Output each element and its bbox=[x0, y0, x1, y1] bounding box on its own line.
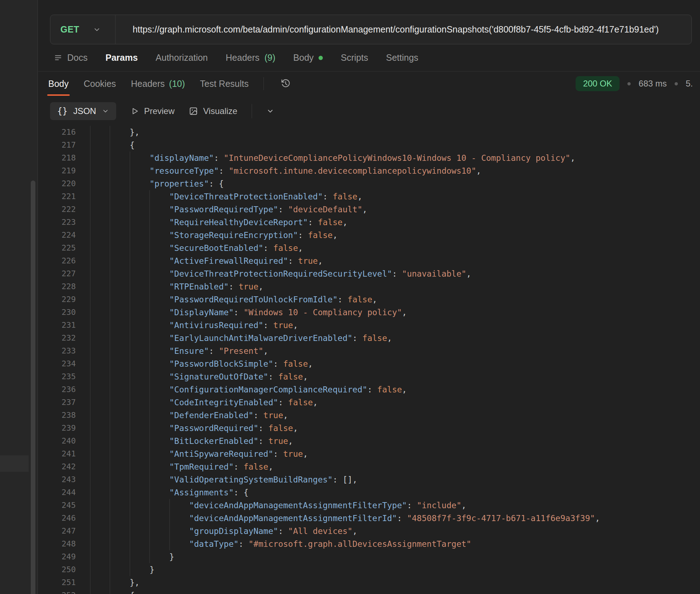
indent-guide bbox=[130, 293, 149, 306]
code-token: : bbox=[308, 216, 318, 229]
line-number: 230 bbox=[38, 306, 76, 319]
code-line: 223"RequireHealthyDeviceReport": false, bbox=[38, 216, 700, 229]
indent-guide bbox=[110, 473, 129, 486]
sidebar-scrollbar-thumb[interactable] bbox=[31, 180, 35, 594]
code-token: , bbox=[258, 280, 263, 293]
code-line: 243"ValidOperatingSystemBuildRanges": []… bbox=[38, 473, 700, 486]
code-token: , bbox=[293, 422, 298, 435]
indent-guide bbox=[110, 435, 129, 447]
request-url-bar: GET https://graph.microsoft.com/beta/adm… bbox=[50, 15, 692, 44]
line-number: 216 bbox=[38, 126, 76, 139]
sidebar-partial-item[interactable] bbox=[0, 455, 29, 472]
tab-scripts[interactable]: Scripts bbox=[341, 53, 368, 63]
indent-guide bbox=[110, 280, 129, 293]
code-token: false bbox=[283, 357, 308, 370]
indent-guide bbox=[110, 306, 129, 319]
visualize-button[interactable]: Visualize bbox=[189, 106, 237, 116]
code-token: "dataType" bbox=[189, 538, 238, 550]
more-formats-chevron-button[interactable] bbox=[266, 107, 274, 115]
code-token: "All devices" bbox=[288, 525, 353, 538]
indent-guide bbox=[110, 164, 129, 177]
indent-guide bbox=[149, 190, 169, 203]
tab-params[interactable]: Params bbox=[105, 53, 138, 63]
response-tab-test-results[interactable]: Test Results bbox=[200, 71, 248, 96]
method-label: GET bbox=[60, 24, 79, 35]
line-number: 236 bbox=[38, 383, 76, 396]
indent-guide bbox=[130, 280, 149, 293]
url-input[interactable]: https://graph.microsoft.com/beta/admin/c… bbox=[115, 15, 691, 44]
response-tab-headers[interactable]: Headers (10) bbox=[131, 71, 185, 96]
format-selector-button[interactable]: {} JSON bbox=[50, 102, 116, 120]
url-row: GET https://graph.microsoft.com/beta/adm… bbox=[38, 0, 700, 44]
history-clock-icon bbox=[280, 78, 291, 89]
indent-guide bbox=[169, 512, 189, 525]
code-token: : bbox=[253, 409, 263, 422]
code-token: "Windows 10 - Compliancy policy" bbox=[243, 306, 402, 319]
response-tab-body[interactable]: Body bbox=[48, 71, 69, 96]
tab-authorization[interactable]: Authorization bbox=[156, 53, 208, 63]
indent-guide bbox=[110, 177, 129, 190]
response-tab-cookies[interactable]: Cookies bbox=[84, 71, 116, 96]
indent-guide bbox=[130, 332, 149, 345]
code-token: "properties" bbox=[149, 177, 209, 190]
indent-guide bbox=[90, 319, 110, 332]
left-sidebar bbox=[0, 0, 38, 594]
indent-guide bbox=[90, 139, 110, 152]
code-token: true bbox=[273, 319, 293, 332]
tab-body[interactable]: Body bbox=[293, 53, 323, 63]
indent-guide bbox=[130, 383, 149, 396]
divider bbox=[252, 104, 252, 118]
code-token: "SignatureOutOfDate" bbox=[169, 370, 268, 383]
code-token: true bbox=[268, 435, 288, 447]
code-token: : bbox=[263, 242, 273, 254]
tab-headers[interactable]: Headers (9) bbox=[226, 53, 275, 63]
indent-guide bbox=[149, 473, 169, 486]
tab-settings[interactable]: Settings bbox=[386, 53, 418, 63]
tab-label: Headers bbox=[131, 79, 165, 89]
code-line: 224"StorageRequireEncryption": false, bbox=[38, 229, 700, 242]
code-token: : bbox=[209, 345, 219, 357]
line-number: 239 bbox=[38, 422, 76, 435]
code-line: 234"PasswordBlockSimple": false, bbox=[38, 357, 700, 370]
code-token: false bbox=[273, 242, 298, 254]
method-selector[interactable]: GET bbox=[50, 15, 115, 44]
indent-guide bbox=[110, 203, 129, 216]
indent-guide bbox=[130, 267, 149, 280]
line-number: 225 bbox=[38, 242, 76, 254]
line-number: 242 bbox=[38, 460, 76, 473]
code-token: : bbox=[407, 499, 417, 512]
line-number: 220 bbox=[38, 177, 76, 190]
request-panel: GET https://graph.microsoft.com/beta/adm… bbox=[38, 0, 700, 594]
code-line: 251}, bbox=[38, 576, 700, 589]
separator-dot-icon bbox=[627, 82, 631, 85]
indent-guide bbox=[149, 383, 169, 396]
indent-guide bbox=[130, 177, 149, 190]
code-token: : bbox=[278, 525, 288, 538]
line-number: 221 bbox=[38, 190, 76, 203]
preview-button[interactable]: Preview bbox=[130, 106, 174, 116]
indent-guide bbox=[110, 422, 129, 435]
code-line: 235"SignatureOutOfDate": false, bbox=[38, 370, 700, 383]
indent-guide bbox=[110, 396, 129, 409]
code-token: false bbox=[347, 293, 372, 306]
indent-guide bbox=[90, 460, 110, 473]
indent-guide bbox=[90, 164, 110, 177]
indent-guide bbox=[90, 538, 110, 550]
indent-guide bbox=[130, 164, 149, 177]
line-number: 238 bbox=[38, 409, 76, 422]
code-token: : bbox=[263, 319, 273, 332]
indent-guide bbox=[90, 525, 110, 538]
indent-guide bbox=[130, 319, 149, 332]
code-token: , bbox=[298, 242, 303, 254]
indent-guide bbox=[110, 139, 129, 152]
tab-label: Headers bbox=[226, 53, 260, 63]
preview-play-icon bbox=[130, 107, 139, 115]
code-token: "unavailable" bbox=[402, 267, 466, 280]
indent-guide bbox=[130, 254, 149, 267]
code-token: , bbox=[363, 203, 368, 216]
indent-guide bbox=[90, 280, 110, 293]
indent-guide bbox=[130, 357, 149, 370]
indent-guide bbox=[110, 152, 129, 164]
history-button[interactable] bbox=[279, 71, 292, 96]
tab-docs[interactable]: Docs bbox=[54, 53, 88, 63]
